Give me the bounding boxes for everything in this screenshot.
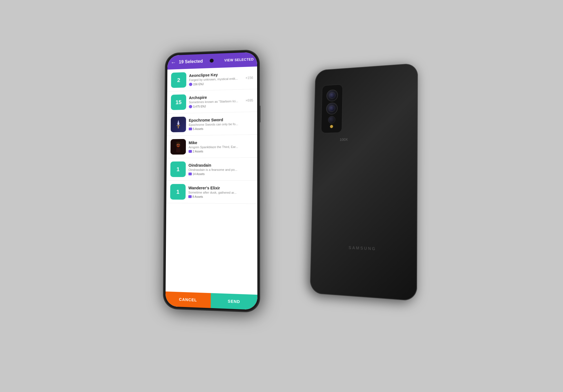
item-count: ×695 [245,98,253,102]
list-item[interactable]: 2 Aeonclipse Key Forged by unknown, myst… [167,66,257,91]
item-description: Arngrim Spankblaze the Third, Ear... [188,145,253,149]
folder-icon [188,173,192,175]
camera-module [321,84,343,133]
brand-label: SAMSUNG [348,245,376,251]
scene: 100X SAMSUNG ← 19 Selected VIEW SELECTED [155,41,408,351]
item-list: 2 Aeonclipse Key Forged by unknown, myst… [165,66,257,295]
item-meta: 2 Assets [188,149,253,153]
item-meta: 5 Assets [189,126,253,131]
list-item[interactable]: Mike Arngrim Spankblaze the Third, Ear..… [166,135,257,158]
item-value: 14 Assets [192,172,204,175]
item-name: Wanderer's Elixir [188,185,253,190]
phone-screen: ← 19 Selected VIEW SELECTED 2 Aeonclipse… [165,52,257,310]
item-thumbnail [170,139,186,154]
item-info: Archspire Sometimes known as "Starborn I… [189,94,244,108]
sword-icon [173,119,184,130]
svg-rect-3 [178,126,179,128]
item-thumbnail: 15 [171,94,186,110]
item-thumbnail: 1 [170,184,186,200]
send-button[interactable]: SEND [211,293,257,310]
list-item[interactable]: 15 Archspire Sometimes known as "Starbor… [167,89,257,113]
item-name: Mike [188,140,253,145]
secondary-lens [326,102,338,115]
folder-icon [188,195,192,198]
enjin-icon [189,105,192,108]
item-description: Epochrome Swords can only be fo... [189,122,253,126]
phone-back: 100X SAMSUNG [310,63,418,301]
item-badge: 1 [176,166,179,173]
item-info: Aeonclipse Key Forged by unknown, mystic… [189,71,244,86]
power-button [259,106,260,122]
item-value: 3,475 ENJ [193,105,206,108]
item-meta: 8 Assets [188,195,253,198]
flash [330,125,333,128]
selfie-camera [210,59,213,62]
svg-rect-11 [180,147,182,152]
item-value: 8 Assets [192,195,203,198]
bottom-buttons: CANCEL SEND [165,291,257,310]
main-lens [326,89,338,102]
item-count: ×156 [245,76,253,80]
item-description: Oindrasdain is a fearsome and po... [188,168,253,171]
item-name: Epochrome Sword [189,117,253,122]
folder-icon [189,127,192,130]
item-info: Epochrome Sword Epochrome Swords can onl… [189,117,253,131]
zoom-label: 100X [339,137,348,142]
item-value: 156 ENJ [193,82,204,86]
enjin-icon [189,82,192,86]
item-thumbnail [170,117,186,132]
folder-icon [188,150,192,153]
item-name: Oindrasdain [188,162,253,167]
item-value: 5 Assets [193,127,203,130]
item-badge: 2 [177,77,180,83]
selected-count-title: 19 Selected [179,58,224,64]
item-description: Sometime after dusk, gathered ar... [188,191,253,194]
svg-rect-10 [174,147,176,152]
tertiary-lens [328,116,335,124]
item-info: Oindrasdain Oindrasdain is a fearsome an… [188,162,253,175]
list-item[interactable]: 1 Wanderer's Elixir Sometime after dusk,… [166,180,257,203]
item-info: Wanderer's Elixir Sometime after dusk, g… [188,185,253,198]
item-value: 2 Assets [193,150,203,153]
list-item[interactable]: Epochrome Sword Epochrome Swords can onl… [167,112,257,136]
phone-front: ← 19 Selected VIEW SELECTED 2 Aeonclipse… [163,50,260,312]
character-icon [170,139,186,154]
back-button[interactable]: ← [170,59,176,66]
item-meta: 156 ENJ [189,81,244,86]
item-name: Archspire [189,94,244,100]
item-meta: 3,475 ENJ [189,104,244,108]
item-info: Mike Arngrim Spankblaze the Third, Ear..… [188,140,253,153]
item-badge: 1 [176,189,179,195]
item-meta: 14 Assets [188,172,253,175]
cancel-button[interactable]: CANCEL [165,291,211,308]
list-item[interactable]: 1 Oindrasdain Oindrasdain is a fearsome … [166,158,257,181]
app-screen: ← 19 Selected VIEW SELECTED 2 Aeonclipse… [165,52,257,310]
view-selected-button[interactable]: VIEW SELECTED [224,57,253,62]
item-badge: 15 [175,99,182,105]
svg-rect-2 [177,125,180,126]
item-thumbnail: 1 [170,161,186,177]
item-thumbnail: 2 [171,72,186,88]
